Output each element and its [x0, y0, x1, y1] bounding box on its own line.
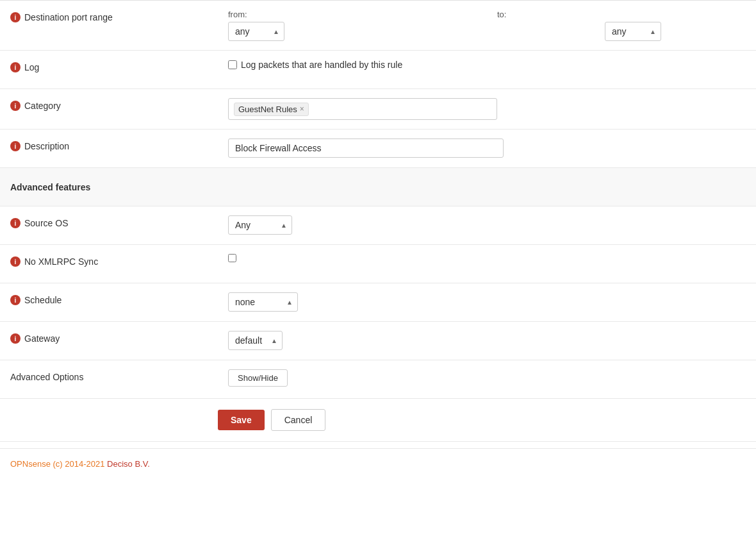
category-tag-text: GuestNet Rules — [238, 105, 297, 114]
advanced-options-field-col: Show/Hide — [228, 369, 746, 387]
category-info-icon[interactable]: i — [10, 101, 21, 111]
advanced-options-label-col: Advanced Options — [10, 369, 228, 382]
source-os-field-col: Any Windows Linux macOS FreeBSD ▲ — [228, 215, 746, 235]
description-info-icon[interactable]: i — [10, 141, 21, 151]
source-os-select[interactable]: Any Windows Linux macOS FreeBSD — [228, 215, 292, 235]
no-xmlrpc-sync-label-col: i No XMLRPC Sync — [10, 254, 228, 267]
gateway-row: i Gateway default WAN LAN ▲ — [0, 322, 756, 360]
port-range-layout: from: to: any HTTP HTTPS FTP SSH — [228, 10, 746, 41]
source-os-label: Source OS — [24, 218, 68, 228]
port-selects-row: any HTTP HTTPS FTP SSH ▲ any — [228, 22, 746, 41]
schedule-label: Schedule — [24, 295, 62, 305]
destination-port-range-info-icon[interactable]: i — [10, 12, 21, 22]
port-to-label: to: — [487, 10, 746, 22]
advanced-features-header: Advanced features — [0, 168, 756, 206]
source-os-select-container: Any Windows Linux macOS FreeBSD ▲ — [228, 215, 292, 235]
log-checkbox[interactable] — [228, 60, 237, 69]
schedule-field-col: none Schedule1 Schedule2 ▲ — [228, 292, 746, 312]
cancel-button[interactable]: Cancel — [271, 409, 326, 431]
gateway-label-col: i Gateway — [10, 331, 228, 344]
save-button[interactable]: Save — [218, 410, 265, 430]
category-tag-input[interactable]: GuestNet Rules × — [228, 98, 497, 120]
description-label: Description — [24, 141, 69, 151]
actions-row: Save Cancel — [0, 399, 756, 442]
schedule-select[interactable]: none Schedule1 Schedule2 — [228, 292, 298, 312]
source-os-label-col: i Source OS — [10, 215, 228, 228]
source-os-row: i Source OS Any Windows Linux macOS Free… — [0, 206, 756, 245]
gateway-select[interactable]: default WAN LAN — [228, 331, 283, 350]
form-container: i Destination port range from: to: any H… — [0, 0, 756, 442]
no-xmlrpc-sync-info-icon[interactable]: i — [10, 256, 21, 267]
schedule-info-icon[interactable]: i — [10, 295, 21, 305]
category-tag-guestnet: GuestNet Rules × — [234, 103, 309, 116]
port-to-select-wrapper: any HTTP HTTPS FTP SSH ▲ — [605, 22, 746, 41]
no-xmlrpc-sync-checkbox[interactable] — [228, 254, 236, 262]
advanced-options-label: Advanced Options — [10, 372, 83, 382]
port-to-select-container: any HTTP HTTPS FTP SSH ▲ — [605, 22, 661, 41]
gateway-select-container: default WAN LAN ▲ — [228, 331, 283, 350]
log-checkbox-label[interactable]: Log packets that are handled by this rul… — [228, 60, 402, 70]
advanced-features-label: Advanced features — [10, 182, 90, 192]
log-label: Log — [24, 62, 39, 72]
gateway-field-col: default WAN LAN ▲ — [228, 331, 746, 350]
schedule-row: i Schedule none Schedule1 Schedule2 ▲ — [0, 283, 756, 322]
footer-link[interactable]: Deciso B.V. — [107, 459, 150, 469]
advanced-options-row: Advanced Options Show/Hide — [0, 360, 756, 399]
log-row: i Log Log packets that are handled by th… — [0, 51, 756, 89]
port-from-select-wrapper: any HTTP HTTPS FTP SSH ▲ — [228, 22, 369, 41]
category-label: Category — [24, 101, 61, 111]
gateway-info-icon[interactable]: i — [10, 333, 21, 344]
port-to-select[interactable]: any HTTP HTTPS FTP SSH — [605, 22, 661, 41]
port-from-select[interactable]: any HTTP HTTPS FTP SSH — [228, 22, 284, 41]
log-checkbox-text: Log packets that are handled by this rul… — [241, 60, 402, 70]
footer: OPNsense (c) 2014-2021 Deciso B.V. — [0, 448, 756, 479]
port-from-label: from: — [228, 10, 487, 22]
category-field-col: GuestNet Rules × — [228, 98, 746, 120]
category-label-col: i Category — [10, 98, 228, 111]
gateway-label: Gateway — [24, 333, 60, 344]
schedule-label-col: i Schedule — [10, 292, 228, 305]
schedule-select-container: none Schedule1 Schedule2 ▲ — [228, 292, 298, 312]
port-labels-row: from: to: — [228, 10, 746, 22]
port-from-select-container: any HTTP HTTPS FTP SSH ▲ — [228, 22, 284, 41]
category-row: i Category GuestNet Rules × — [0, 89, 756, 130]
destination-port-range-label-col: i Destination port range — [10, 10, 228, 22]
show-hide-button[interactable]: Show/Hide — [228, 369, 288, 387]
no-xmlrpc-sync-label: No XMLRPC Sync — [24, 256, 98, 267]
description-label-col: i Description — [10, 138, 228, 151]
no-xmlrpc-sync-row: i No XMLRPC Sync — [0, 245, 756, 283]
description-row: i Description — [0, 130, 756, 168]
footer-text: OPNsense (c) 2014-2021 — [10, 459, 107, 469]
destination-port-range-field-col: from: to: any HTTP HTTPS FTP SSH — [228, 10, 746, 41]
description-input[interactable] — [228, 138, 504, 158]
description-field-col — [228, 138, 746, 158]
log-label-col: i Log — [10, 60, 228, 72]
log-info-icon[interactable]: i — [10, 62, 21, 72]
destination-port-range-row: i Destination port range from: to: any H… — [0, 1, 756, 51]
source-os-info-icon[interactable]: i — [10, 218, 21, 228]
destination-port-range-label: Destination port range — [24, 12, 113, 22]
log-field-col: Log packets that are handled by this rul… — [228, 60, 746, 70]
no-xmlrpc-sync-field-col — [228, 254, 746, 262]
category-tag-remove-icon[interactable]: × — [300, 105, 304, 113]
